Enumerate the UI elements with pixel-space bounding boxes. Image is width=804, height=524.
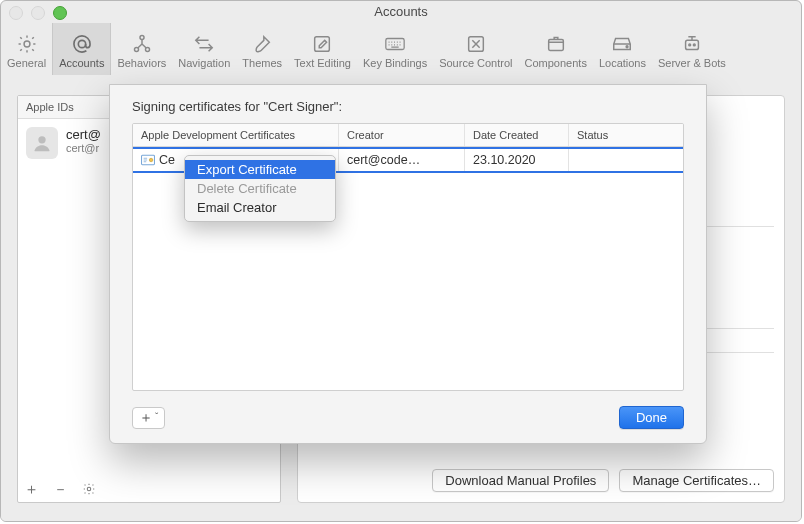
manage-certificates-button[interactable]: Manage Certificates… bbox=[619, 469, 774, 492]
svg-point-13 bbox=[38, 136, 45, 143]
svg-point-14 bbox=[87, 487, 91, 491]
tab-source-control[interactable]: Source Control bbox=[433, 23, 518, 75]
tab-label: Server & Bots bbox=[658, 57, 726, 69]
tab-label: Key Bindings bbox=[363, 57, 427, 69]
tab-behaviors[interactable]: Behaviors bbox=[111, 23, 172, 75]
column-creator[interactable]: Creator bbox=[339, 124, 465, 146]
tab-label: Accounts bbox=[59, 57, 104, 69]
accounts-window: Accounts General Accounts bbox=[0, 0, 802, 522]
account-settings-button[interactable] bbox=[82, 482, 96, 496]
tab-text-editing[interactable]: Text Editing bbox=[288, 23, 357, 75]
certificates-sheet: Signing certificates for "Cert Signer": … bbox=[109, 84, 707, 444]
svg-point-0 bbox=[24, 41, 30, 47]
download-profiles-button[interactable]: Download Manual Profiles bbox=[432, 469, 609, 492]
window-title: Accounts bbox=[1, 4, 801, 19]
cell-date: 23.10.2020 bbox=[465, 149, 569, 171]
sheet-title: Signing certificates for "Cert Signer": bbox=[132, 99, 342, 114]
gear-icon bbox=[16, 33, 38, 55]
chevron-down-icon: ˇ bbox=[155, 412, 158, 423]
tab-navigation[interactable]: Navigation bbox=[172, 23, 236, 75]
tab-label: Navigation bbox=[178, 57, 230, 69]
tab-key-bindings[interactable]: Key Bindings bbox=[357, 23, 433, 75]
column-name[interactable]: Apple Development Certificates bbox=[133, 124, 339, 146]
branch-icon bbox=[465, 33, 487, 55]
right-panel-buttons: Download Manual Profiles Manage Certific… bbox=[432, 469, 774, 492]
svg-point-16 bbox=[149, 158, 153, 162]
cell-name-text: Ce bbox=[159, 153, 175, 167]
done-button[interactable]: Done bbox=[619, 406, 684, 429]
menu-item-email-creator[interactable]: Email Creator bbox=[185, 198, 335, 217]
svg-point-2 bbox=[140, 36, 144, 40]
tab-label: General bbox=[7, 57, 46, 69]
cell-status bbox=[569, 149, 683, 171]
robot-icon bbox=[681, 33, 703, 55]
svg-point-1 bbox=[78, 40, 85, 47]
add-account-button[interactable]: ＋ bbox=[24, 481, 39, 496]
tab-label: Behaviors bbox=[117, 57, 166, 69]
tab-accounts[interactable]: Accounts bbox=[52, 23, 111, 75]
svg-rect-8 bbox=[548, 39, 563, 50]
menu-item-export-certificate[interactable]: Export Certificate bbox=[185, 160, 335, 179]
box-icon bbox=[545, 33, 567, 55]
svg-point-11 bbox=[689, 44, 691, 46]
swap-icon bbox=[193, 33, 215, 55]
tab-locations[interactable]: Locations bbox=[593, 23, 652, 75]
svg-point-12 bbox=[693, 44, 695, 46]
account-subtext: cert@r bbox=[66, 142, 101, 154]
tab-components[interactable]: Components bbox=[519, 23, 593, 75]
table-header: Apple Development Certificates Creator D… bbox=[133, 124, 683, 147]
sheet-bottom-bar: ＋ ˇ Done bbox=[132, 406, 684, 429]
tab-label: Components bbox=[525, 57, 587, 69]
add-certificate-menu[interactable]: ＋ ˇ bbox=[132, 407, 165, 429]
account-email: cert@ bbox=[66, 127, 101, 142]
tab-server-bots[interactable]: Server & Bots bbox=[652, 23, 732, 75]
compose-icon bbox=[311, 33, 333, 55]
preferences-toolbar: General Accounts Behaviors bbox=[1, 23, 801, 76]
svg-point-3 bbox=[134, 47, 138, 51]
tab-themes[interactable]: Themes bbox=[236, 23, 288, 75]
plus-icon: ＋ bbox=[139, 409, 153, 427]
certificate-icon bbox=[141, 153, 155, 167]
cell-creator: cert@code… bbox=[339, 149, 465, 171]
brush-icon bbox=[251, 33, 273, 55]
tab-label: Text Editing bbox=[294, 57, 351, 69]
at-icon bbox=[71, 33, 93, 55]
menu-item-delete-certificate[interactable]: Delete Certificate bbox=[185, 179, 335, 198]
nodes-icon bbox=[131, 33, 153, 55]
tab-label: Themes bbox=[242, 57, 282, 69]
column-date[interactable]: Date Created bbox=[465, 124, 569, 146]
sidebar-footer: ＋ － bbox=[24, 481, 96, 496]
svg-point-9 bbox=[627, 46, 629, 48]
remove-account-button[interactable]: － bbox=[53, 481, 68, 496]
tab-general[interactable]: General bbox=[1, 23, 52, 75]
column-status[interactable]: Status bbox=[569, 124, 683, 146]
svg-rect-10 bbox=[685, 40, 698, 49]
account-lines: cert@ cert@r bbox=[66, 127, 101, 154]
tab-label: Locations bbox=[599, 57, 646, 69]
tab-label: Source Control bbox=[439, 57, 512, 69]
avatar bbox=[26, 127, 58, 159]
certificate-context-menu: Export Certificate Delete Certificate Em… bbox=[184, 155, 336, 222]
svg-point-4 bbox=[145, 47, 149, 51]
drive-icon bbox=[611, 33, 633, 55]
keyboard-icon bbox=[384, 33, 406, 55]
